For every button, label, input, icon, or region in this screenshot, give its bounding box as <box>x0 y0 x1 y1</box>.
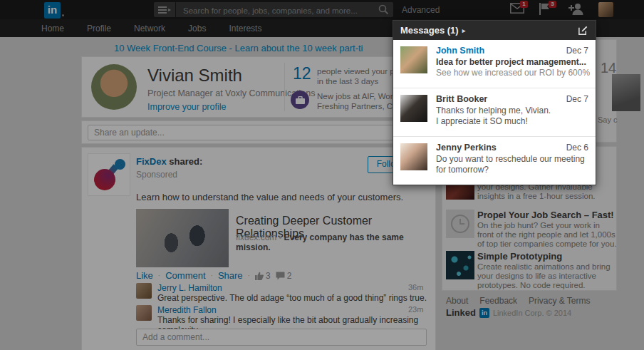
message-preview: Thanks for helping me, Vivian. <box>436 105 551 115</box>
sender-avatar <box>400 143 427 170</box>
sender-avatar <box>400 46 427 73</box>
messages-panel-header[interactable]: Messages (1) ▸ <box>393 21 596 40</box>
message-preview: for tomorrow? <box>436 165 489 175</box>
sender-name[interactable]: John Smith <box>436 46 484 56</box>
message-preview: I appreciate it SO much! <box>436 116 528 126</box>
sender-name[interactable]: Britt Booker <box>436 94 487 104</box>
sender-avatar <box>400 95 427 122</box>
message-date: Dec 7 <box>566 94 588 104</box>
messages-dropdown-panel: Messages (1) ▸ John Smith Dec 7 Idea for… <box>393 20 596 185</box>
message-item[interactable]: John Smith Dec 7 Idea for better project… <box>393 40 596 88</box>
message-preview: Do you want to reschedule our meeting <box>436 154 585 164</box>
message-subject: Idea for better project management... <box>436 57 586 67</box>
message-item[interactable]: Jenny Perkins Dec 6 Do you want to resch… <box>393 137 596 185</box>
message-item[interactable]: Britt Booker Dec 7 Thanks for helping me… <box>393 88 596 137</box>
message-date: Dec 7 <box>566 46 588 56</box>
message-date: Dec 6 <box>566 143 588 153</box>
message-preview: See how we increased our ROI by 600% <box>436 68 590 78</box>
linkedin-home-page: in ▸ Advanced 1 3 <box>0 0 644 350</box>
caret-right-icon: ▸ <box>462 27 466 34</box>
sender-name[interactable]: Jenny Perkins <box>436 143 497 153</box>
compose-message-icon[interactable] <box>578 25 588 36</box>
messages-panel-title[interactable]: Messages (1) <box>400 25 459 36</box>
